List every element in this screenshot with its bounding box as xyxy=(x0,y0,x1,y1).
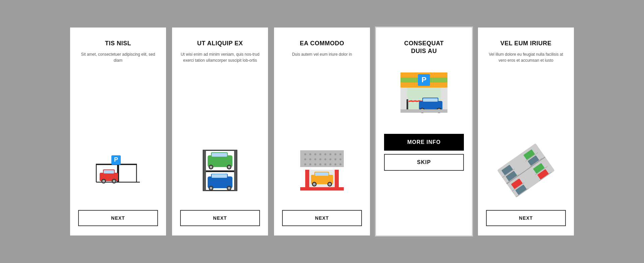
svg-rect-61 xyxy=(300,167,344,170)
card-2-next-button[interactable]: NEXT xyxy=(180,210,260,226)
card-5-buttons: NEXT xyxy=(486,210,566,226)
svg-text:P: P xyxy=(114,156,118,163)
svg-rect-60 xyxy=(300,187,344,191)
svg-point-42 xyxy=(309,158,311,160)
svg-point-41 xyxy=(304,158,306,160)
svg-rect-64 xyxy=(315,172,328,176)
svg-point-39 xyxy=(334,153,336,155)
cards-container: TIS NISL Sit amet, consectetuer adipisci… xyxy=(57,14,587,249)
svg-rect-27 xyxy=(212,174,227,178)
svg-point-44 xyxy=(319,158,321,160)
svg-point-24 xyxy=(228,166,230,168)
svg-point-45 xyxy=(324,158,326,160)
svg-rect-58 xyxy=(305,169,309,187)
card-3: EA COMMODO Duis autem vel eum iriure dol… xyxy=(274,28,370,235)
card-5: VEL EUM IRIURE Vel illum dolore eu feugi… xyxy=(478,28,574,235)
card-1-image: P xyxy=(91,144,145,197)
svg-point-51 xyxy=(314,163,316,165)
card-3-next-button[interactable]: NEXT xyxy=(282,210,362,226)
svg-point-66 xyxy=(313,183,316,186)
svg-point-56 xyxy=(339,163,341,165)
svg-text:P: P xyxy=(422,75,427,84)
card-2-image xyxy=(193,144,247,197)
card-4: CONSEQUATDUIS AU P xyxy=(376,28,472,235)
svg-point-47 xyxy=(334,158,336,160)
card-2: UT ALIQUIP EX Ut wisi enim ad minim veni… xyxy=(172,28,268,235)
svg-rect-15 xyxy=(203,170,237,172)
svg-point-46 xyxy=(329,158,331,160)
svg-point-29 xyxy=(210,187,212,190)
card-5-title: VEL EUM IRIURE xyxy=(500,40,552,47)
card-5-image xyxy=(499,144,553,197)
card-4-image: P xyxy=(397,67,451,121)
svg-rect-20 xyxy=(212,153,227,157)
svg-point-33 xyxy=(304,153,306,155)
svg-point-11 xyxy=(102,180,105,182)
svg-point-40 xyxy=(339,153,341,155)
card-4-title: CONSEQUATDUIS AU xyxy=(404,40,444,55)
card-3-buttons: NEXT xyxy=(282,210,362,226)
svg-point-52 xyxy=(319,163,321,165)
svg-point-34 xyxy=(309,153,311,155)
svg-point-35 xyxy=(314,153,316,155)
card-5-desc: Vel illum dolore eu feugiat nulla facili… xyxy=(486,51,566,63)
svg-rect-59 xyxy=(335,169,339,187)
svg-point-22 xyxy=(210,166,212,168)
card-1-buttons: NEXT xyxy=(78,210,158,226)
card-4-buttons: MORE INFO SKIP xyxy=(384,134,464,171)
svg-point-43 xyxy=(314,158,316,160)
svg-point-38 xyxy=(329,153,331,155)
svg-rect-16 xyxy=(203,150,206,191)
svg-point-37 xyxy=(324,153,326,155)
card-1-next-button[interactable]: NEXT xyxy=(78,210,158,226)
svg-point-13 xyxy=(113,180,115,182)
svg-point-53 xyxy=(324,163,326,165)
svg-point-48 xyxy=(339,158,341,160)
svg-point-36 xyxy=(319,153,321,155)
svg-point-55 xyxy=(334,163,336,165)
card-5-next-button[interactable]: NEXT xyxy=(486,210,566,226)
card-1-desc: Sit amet, consectetuer adipiscing elit, … xyxy=(78,51,158,63)
card-2-buttons: NEXT xyxy=(180,210,260,226)
svg-rect-76 xyxy=(407,99,408,109)
card-3-title: EA COMMODO xyxy=(300,40,344,47)
svg-point-31 xyxy=(228,187,230,190)
card-3-image xyxy=(295,144,349,197)
card-2-title: UT ALIQUIP EX xyxy=(197,40,243,47)
card-1: TIS NISL Sit amet, consectetuer adipisci… xyxy=(70,28,166,235)
svg-rect-86 xyxy=(400,109,447,113)
card-4-skip-button[interactable]: SKIP xyxy=(384,154,464,171)
card-3-desc: Duis autem vel eum iriure dolor in xyxy=(292,51,352,57)
svg-point-54 xyxy=(329,163,331,165)
svg-rect-81 xyxy=(423,98,438,102)
svg-rect-32 xyxy=(300,150,344,169)
svg-rect-9 xyxy=(104,170,114,173)
svg-rect-17 xyxy=(234,150,237,191)
svg-point-50 xyxy=(309,163,311,165)
svg-point-68 xyxy=(328,183,331,186)
card-4-more-info-button[interactable]: MORE INFO xyxy=(384,134,464,151)
svg-point-49 xyxy=(304,163,306,165)
card-2-desc: Ut wisi enim ad minim veniam, quis nos-t… xyxy=(180,51,260,63)
card-1-title: TIS NISL xyxy=(105,40,131,47)
